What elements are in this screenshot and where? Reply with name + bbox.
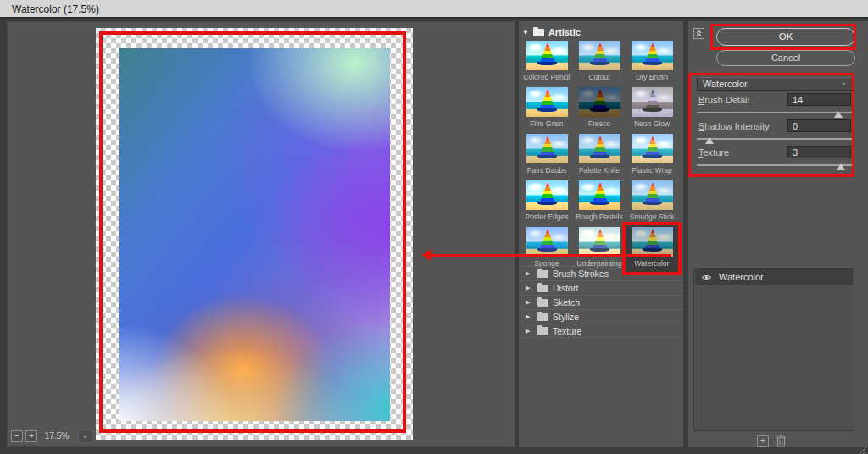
- category-label: Artistic: [548, 27, 581, 37]
- filter-item-dry-brush[interactable]: Dry Brush: [626, 39, 678, 86]
- annotation-arrow-head: [421, 249, 431, 261]
- filter-select-dropdown[interactable]: Watercolor ⌄: [697, 77, 853, 91]
- folder-icon: [537, 270, 548, 278]
- filter-label: Neon Glow: [634, 119, 670, 128]
- folder-label: Brush Strokes: [553, 269, 609, 279]
- resize-grip[interactable]: [858, 442, 866, 451]
- filter-thumbnail: [579, 87, 620, 117]
- window-title: Watercolor (17.5%): [12, 3, 99, 15]
- slider-label-texture: Texture: [698, 147, 729, 158]
- folder-open-icon: [533, 29, 544, 36]
- filter-label: Poster Edges: [525, 213, 568, 221]
- window-titlebar: Watercolor (17.5%): [0, 0, 868, 19]
- category-folder-sketch[interactable]: ▶ Sketch: [519, 295, 683, 309]
- category-artistic-header[interactable]: ▼ Artistic: [522, 26, 581, 38]
- filter-item-rough-pastels[interactable]: Rough Pastels: [573, 179, 626, 225]
- slider-thumb-brush-detail[interactable]: [834, 111, 843, 118]
- slider-label-shadow-intensity: Shadow Intensity: [698, 121, 770, 131]
- folder-label: Sketch: [553, 297, 580, 307]
- filter-item-watercolor[interactable]: Watercolor: [626, 225, 678, 272]
- effect-layer-name: Watercolor: [719, 272, 764, 282]
- filter-thumbnail: [632, 134, 673, 163]
- resize-grip-icon: [858, 446, 866, 454]
- filter-select-value: Watercolor: [703, 79, 748, 89]
- filter-label: Dry Brush: [636, 73, 668, 81]
- filter-item-plastic-wrap[interactable]: Plastic Wrap: [626, 132, 678, 179]
- filter-label: Film Grain: [530, 119, 563, 128]
- zoom-out-button[interactable]: −: [11, 430, 23, 442]
- chevron-collapsed-icon: ▶: [526, 270, 533, 277]
- zoom-level-value: 17.5%: [37, 431, 76, 440]
- category-folder-texture[interactable]: ▶ Texture: [519, 324, 683, 338]
- filter-thumbnail: [632, 87, 673, 117]
- folder-label: Distort: [553, 283, 578, 293]
- slider-value-brush-detail[interactable]: [787, 93, 851, 106]
- folder-icon: [537, 327, 548, 335]
- filter-item-cutout[interactable]: Cutout: [573, 39, 626, 86]
- filter-item-film-grain[interactable]: Film Grain: [520, 86, 573, 132]
- filter-thumbnail: [579, 180, 620, 210]
- filter-thumbnail: [632, 227, 673, 257]
- chevron-collapsed-icon: ▶: [526, 328, 533, 335]
- new-effect-layer-button[interactable]: +: [757, 435, 769, 447]
- document-canvas[interactable]: [96, 28, 413, 440]
- annotation-arrow-line: [431, 254, 671, 257]
- filter-item-paint-daubs[interactable]: Paint Daubs: [520, 132, 573, 179]
- ok-button[interactable]: OK: [716, 28, 855, 46]
- slider-thumb-texture[interactable]: [837, 163, 845, 170]
- filter-item-palette-knife[interactable]: Palette Knife: [573, 132, 626, 179]
- slider-track-brush-detail[interactable]: [697, 112, 853, 114]
- filter-label: Cutout: [588, 73, 609, 81]
- folder-label: Stylize: [553, 312, 579, 322]
- effect-layer-row-watercolor[interactable]: Watercolor: [695, 269, 853, 285]
- filter-thumbnail: [526, 180, 568, 210]
- filter-label: Rough Pastels: [576, 213, 622, 221]
- effect-layers-panel: Watercolor: [693, 268, 854, 431]
- slider-value-texture[interactable]: [787, 146, 851, 158]
- filter-item-smudge-stick[interactable]: Smudge Stick: [626, 179, 678, 225]
- visibility-eye-icon[interactable]: [701, 274, 712, 281]
- filter-thumbnail: [526, 41, 568, 70]
- trash-icon: [776, 435, 787, 447]
- cancel-button[interactable]: Cancel: [716, 50, 855, 66]
- filter-label: Fresco: [588, 119, 610, 128]
- filter-item-sponge[interactable]: Sponge: [520, 225, 573, 272]
- filter-item-underpainting[interactable]: Underpainting: [573, 225, 626, 272]
- filter-label: Palette Knife: [579, 166, 620, 174]
- chevron-collapsed-icon: ▶: [526, 299, 533, 306]
- zoom-in-button[interactable]: +: [25, 430, 37, 442]
- folder-icon: [537, 313, 548, 321]
- filter-label: Watercolor: [635, 259, 670, 268]
- filter-item-poster-edges[interactable]: Poster Edges: [520, 179, 573, 225]
- filter-item-fresco[interactable]: Fresco: [573, 86, 626, 132]
- folder-icon: [537, 299, 548, 307]
- filter-label: Plastic Wrap: [632, 166, 672, 174]
- collapse-thumbnails-button[interactable]: [693, 28, 704, 39]
- chevron-collapsed-icon: ▶: [526, 285, 533, 291]
- delete-effect-layer-button[interactable]: [776, 435, 787, 447]
- chevron-expanded-icon: ▼: [522, 29, 529, 36]
- slider-value-shadow-intensity[interactable]: [787, 119, 851, 132]
- filter-thumbnail-grid: Colored Pencil Cutout Dry Brush Film Gra…: [520, 39, 682, 272]
- filter-thumbnail: [526, 87, 568, 117]
- dropdown-chevron-icon: ⌄: [840, 78, 847, 86]
- filter-thumbnail: [579, 134, 620, 163]
- category-folder-list: ▶ Brush Strokes ▶ Distort ▶ Sketch ▶ Sty…: [519, 266, 683, 338]
- filter-thumbnail: [579, 41, 620, 70]
- category-folder-distort[interactable]: ▶ Distort: [519, 280, 683, 295]
- filter-item-neon-glow[interactable]: Neon Glow: [626, 86, 678, 132]
- filter-thumbnail: [632, 180, 673, 210]
- filter-thumbnail: [526, 134, 568, 163]
- category-folder-stylize[interactable]: ▶ Stylize: [519, 309, 683, 324]
- folder-icon: [537, 285, 548, 292]
- filter-thumbnail: [632, 41, 673, 70]
- chevron-collapsed-icon: ▶: [526, 313, 533, 320]
- filter-label: Colored Pencil: [523, 73, 570, 81]
- zoom-menu-chevron-icon[interactable]: ⌄: [78, 429, 92, 443]
- slider-track-shadow-intensity[interactable]: [697, 138, 853, 140]
- filter-item-colored-pencil[interactable]: Colored Pencil: [520, 39, 573, 86]
- double-chevron-up-icon: [695, 30, 703, 37]
- slider-label-brush-detail: Brush Detail: [698, 95, 749, 105]
- slider-thumb-shadow-intensity[interactable]: [705, 137, 714, 144]
- slider-track-texture[interactable]: [697, 164, 853, 166]
